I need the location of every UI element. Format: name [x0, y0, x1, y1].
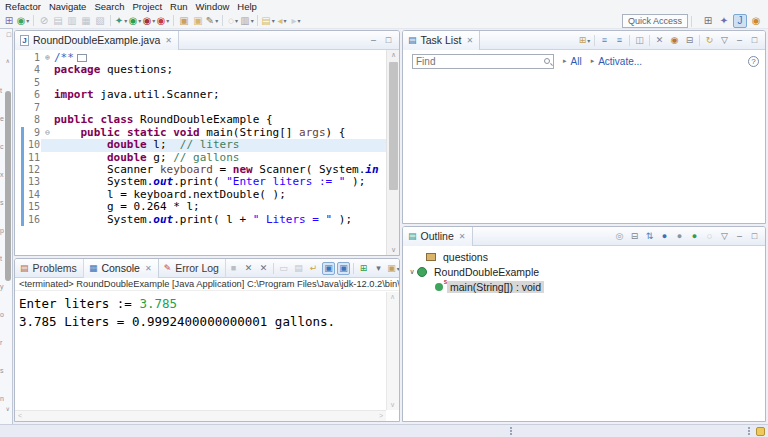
java-perspective-icon[interactable]: J — [733, 14, 747, 28]
code-line-content[interactable]: double l; // liters — [41, 139, 399, 151]
debug-icon[interactable]: ✦▾ — [114, 14, 128, 28]
code-line[interactable]: 9⊖ public static void main(String[] args… — [15, 127, 399, 139]
code-line-content[interactable] — [41, 102, 399, 114]
focus-icon[interactable]: ◎ — [613, 230, 626, 243]
clear-icon[interactable]: ✕ — [653, 34, 666, 47]
line-number[interactable]: 9 — [24, 127, 41, 139]
synchronize-icon[interactable]: ↻ — [703, 34, 716, 47]
line-number[interactable]: 1 — [24, 52, 41, 64]
notification-icon[interactable] — [756, 427, 765, 436]
fold-toggle-icon[interactable]: ⊖ — [41, 127, 54, 139]
code-line[interactable]: 8public class RoundDoubleExample { — [15, 114, 399, 126]
remove-all-launches-icon[interactable]: ✕ — [257, 262, 270, 275]
quick-access-input[interactable]: Quick Access — [622, 14, 688, 28]
code-line-content[interactable]: package questions; — [41, 64, 399, 76]
scroll-down-icon[interactable]: ∨ — [387, 246, 400, 254]
code-line-content[interactable]: import java.util.Scanner; — [41, 89, 399, 101]
dropdown-arrow-icon[interactable]: ▾ — [298, 14, 301, 28]
sort-icon[interactable]: ⇅ — [643, 230, 656, 243]
scroll-left-icon[interactable]: < — [18, 412, 22, 419]
close-icon[interactable]: ✕ — [145, 264, 152, 273]
code-line-content[interactable]: System.out.print( l + " Liters = " ); — [41, 214, 399, 226]
mark-occurrences-icon[interactable]: ◌▾ — [226, 14, 240, 28]
minimize-icon[interactable]: ‒ — [733, 230, 746, 243]
outline-item-main-string-void[interactable]: main(String[]) : void — [403, 279, 765, 294]
console-output[interactable]: Enter liters := 3.7853.785 Liters = 0.99… — [15, 292, 386, 410]
code-line-content[interactable]: ⊕/** — [41, 52, 399, 64]
view-menu-icon[interactable]: ▽ — [718, 34, 731, 47]
package-explorer-scrollbar[interactable] — [5, 91, 11, 281]
code-line[interactable]: 14 l = keyboard.nextDouble( ); — [15, 189, 399, 201]
code-line[interactable]: 10 double l; // liters — [15, 139, 399, 151]
dropdown-arrow-icon[interactable]: ▾ — [166, 14, 169, 28]
menu-run[interactable]: Run — [168, 1, 193, 12]
menu-refactor[interactable]: Refactor — [3, 1, 47, 12]
javaee-perspective-icon[interactable]: ◉ — [749, 14, 763, 28]
tab-outline[interactable]: ▤ Outline ✕ — [403, 227, 473, 246]
scroll-down-icon[interactable]: ∨ — [6, 405, 10, 412]
menu-navigate[interactable]: Navigate — [47, 1, 93, 12]
skip-breakpoints-icon[interactable]: ⊘ — [37, 14, 51, 28]
word-wrap-icon[interactable]: ↵ — [307, 262, 320, 275]
maximize-icon[interactable]: □ — [748, 34, 761, 47]
code-line-content[interactable]: System.out.print( "Enter liters := " ); — [41, 176, 399, 188]
help-icon[interactable]: ? — [748, 56, 759, 67]
all-link[interactable]: All — [571, 56, 582, 67]
run-icon[interactable]: ◉▾ — [128, 14, 142, 28]
external-tools-icon[interactable]: ◉▾ — [156, 14, 170, 28]
annotations-icon[interactable]: ✎▾ — [205, 14, 219, 28]
line-number[interactable]: 8 — [24, 114, 41, 126]
scroll-down-icon[interactable]: ∨ — [390, 401, 395, 409]
new-wizard-icon[interactable]: ⊞ — [2, 14, 16, 28]
code-line[interactable]: 5 — [15, 77, 399, 89]
code-line-content[interactable]: l = keyboard.nextDouble( ); — [41, 189, 399, 201]
code-line[interactable]: 4package questions; — [15, 64, 399, 76]
remove-launch-icon[interactable]: ✕ — [242, 262, 255, 275]
code-line-content[interactable]: ⊖ public static void main(String[] args)… — [41, 127, 399, 139]
dropdown-arrow-icon[interactable]: ▾ — [251, 14, 254, 28]
new-console-view-icon[interactable]: ▣▾ — [387, 262, 400, 275]
open-task-icon[interactable]: ◉▾ — [16, 14, 30, 28]
build-all-icon[interactable]: ▧ — [93, 14, 107, 28]
line-number[interactable]: 13 — [24, 176, 41, 188]
debug-perspective-icon[interactable]: ✦ — [717, 14, 731, 28]
line-number[interactable]: 5 — [24, 77, 41, 89]
tab-problems[interactable]: ▤Problems — [15, 259, 84, 278]
close-icon[interactable]: ✕ — [466, 36, 473, 45]
scroll-up-icon[interactable]: ∧ — [387, 51, 400, 59]
dropdown-arrow-icon[interactable]: ▾ — [26, 14, 29, 28]
menu-project[interactable]: Project — [131, 1, 169, 12]
line-number[interactable]: 14 — [24, 189, 41, 201]
hide-local-types-icon[interactable]: ◌ — [703, 230, 716, 243]
scroll-up-icon[interactable]: ∧ — [6, 57, 10, 64]
code-line-content[interactable] — [41, 77, 399, 89]
close-icon[interactable]: ✕ — [165, 36, 172, 45]
group-by-category-icon[interactable]: ≡ — [598, 34, 611, 47]
code-line[interactable]: 7 — [15, 102, 399, 114]
tab-error-log[interactable]: ✎Error Log — [159, 259, 226, 278]
code-line-content[interactable]: double g; // gallons — [41, 152, 399, 164]
console-view-menu-icon[interactable]: ▾ — [372, 262, 385, 275]
fold-toggle-icon[interactable]: ⊕ — [41, 52, 54, 64]
hide-static-icon[interactable]: ● — [673, 230, 686, 243]
dropdown-arrow-icon[interactable]: ▾ — [215, 14, 218, 28]
line-number[interactable]: 16 — [24, 214, 41, 226]
splitter-handle[interactable] — [748, 427, 750, 435]
menu-help[interactable]: Help — [235, 1, 263, 12]
view-menu-icon[interactable]: ▽ — [718, 230, 731, 243]
coverage-icon[interactable]: ◉▾ — [142, 14, 156, 28]
menu-search[interactable]: Search — [92, 1, 130, 12]
minimize-icon[interactable]: ‒ — [733, 34, 746, 47]
clear-console-icon[interactable]: ▭ — [277, 262, 290, 275]
collapsed-package-explorer[interactable]: □ ∧ ∨ tecxsptyorsn — [0, 28, 13, 424]
activate-link[interactable]: Activate... — [598, 56, 642, 67]
find-input[interactable] — [413, 56, 533, 67]
dropdown-arrow-icon[interactable]: ▾ — [152, 14, 155, 28]
editor-tab-rounddoubleexample[interactable]: J RoundDoubleExample.java ✕ — [15, 31, 179, 50]
pin-console-icon[interactable]: ▣ — [322, 262, 335, 275]
terminate-icon[interactable]: ■ — [227, 262, 240, 275]
dropdown-arrow-icon[interactable]: ▾ — [284, 14, 287, 28]
maximize-icon[interactable]: □ — [748, 230, 761, 243]
menu-window[interactable]: Window — [194, 1, 236, 12]
save-icon[interactable]: ▤ — [51, 14, 65, 28]
